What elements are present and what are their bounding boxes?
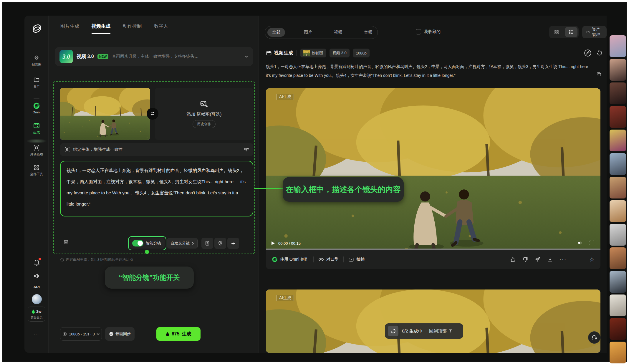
sidebar-item-creative[interactable]: 创意圈 <box>24 55 49 67</box>
new-badge: NEW <box>97 54 109 59</box>
audio-sync-chip[interactable]: 音画同步 <box>105 327 135 341</box>
sidebar-item-generate[interactable]: 生成 <box>24 122 49 135</box>
folder-icon <box>586 29 590 35</box>
filter-audio[interactable]: 音频 <box>361 30 375 35</box>
asset-thumbnail[interactable] <box>610 177 626 198</box>
bind-subject-label: 绑定主体，增强生成一致性 <box>73 147 123 152</box>
video-toolbar: 使用 Omni 创作 对口型 抽帧 ··· ☆ <box>266 250 600 269</box>
copy-prompt-button[interactable] <box>596 72 602 77</box>
announcements-button[interactable] <box>33 272 40 279</box>
first-frame-image[interactable] <box>60 88 150 140</box>
thumbs-up-icon[interactable] <box>510 257 516 262</box>
avatar[interactable] <box>32 294 42 304</box>
fullscreen-icon[interactable] <box>589 240 595 246</box>
notifications-button[interactable] <box>33 259 40 266</box>
edit-record-button[interactable] <box>583 48 593 58</box>
settings-value: 1080p · 15s · 3 <box>69 332 95 336</box>
asset-thumbnail[interactable] <box>610 224 626 246</box>
divider <box>313 257 314 262</box>
favorites-filter[interactable]: 我收藏的 <box>416 29 441 34</box>
prompt-textarea[interactable]: 镜头1，一对恋人正在草地上奔跑，背景有踩到树叶的声音、轻微的风声和鸟叫声。镜头2… <box>60 161 253 216</box>
screenshot-frame: 创意圈 资产 Omni 生成 灵动画布 全部工具 <box>0 0 629 364</box>
script-button[interactable] <box>201 238 213 249</box>
asset-thumbnail[interactable] <box>610 82 626 104</box>
tab-digital-human[interactable]: 数字人 <box>154 23 168 34</box>
swap-frames-button[interactable] <box>147 108 158 120</box>
extract-frame-button[interactable]: 抽帧 <box>348 257 365 262</box>
tab-motion-control[interactable]: 动作控制 <box>123 23 142 34</box>
spinner <box>388 326 398 336</box>
generate-button[interactable]: 675 生成 <box>156 327 201 341</box>
info-icon <box>60 258 64 262</box>
api-button[interactable]: API <box>24 285 49 289</box>
share-plane-icon[interactable] <box>535 257 541 262</box>
model-tag: 视频 3.0 <box>330 49 350 57</box>
effects-button[interactable] <box>227 238 239 249</box>
back-to-top-button[interactable]: 回到顶部 <box>429 328 453 334</box>
asset-thumbnail[interactable] <box>610 35 626 57</box>
asset-thumbnail[interactable] <box>610 200 626 222</box>
omni-create-button[interactable]: 使用 Omni 创作 <box>272 257 309 262</box>
generated-video-player-2[interactable]: AI生成 <box>266 289 600 353</box>
toggle-switch[interactable] <box>132 240 143 246</box>
tabs-divider <box>49 36 259 36</box>
custom-storyboard-label: 自定义分镜 <box>171 241 190 246</box>
grid-view-button[interactable] <box>550 27 563 37</box>
model-selector[interactable]: 3.0 视频 3.0 NEW 音画同步升级，主体一致性增强，支持多镜头… <box>55 47 253 66</box>
asset-thumbnail[interactable] <box>610 59 626 81</box>
favorites-checkbox[interactable] <box>416 29 421 34</box>
omni-ring-icon <box>272 257 278 262</box>
add-end-frame-dropzone[interactable]: 添加 尾帧图(可选) 历史创作 <box>155 88 253 140</box>
megaphone-icon <box>33 272 40 279</box>
filter-videos[interactable]: 视频 <box>331 30 345 35</box>
more-actions-icon[interactable]: ··· <box>560 257 567 263</box>
asset-thumbnail[interactable] <box>610 342 626 363</box>
play-icon[interactable] <box>271 241 275 246</box>
list-view-button[interactable] <box>565 27 577 37</box>
asset-thumbnail[interactable] <box>610 318 626 340</box>
asset-management-button[interactable]: 资产管理 <box>582 26 607 38</box>
bind-subject-bar[interactable]: 绑定主体，增强生成一致性 <box>60 143 253 156</box>
record-prompt-text: 镜头1，一对恋人正在草地上奔跑，背景有踩到树叶的声音、轻微的风声和鸟叫声。镜头2… <box>266 64 593 78</box>
asset-thumbnail[interactable] <box>610 271 626 293</box>
membership-card[interactable]: 2w 黄金会员 <box>28 307 45 322</box>
download-icon[interactable] <box>547 257 553 262</box>
regenerate-button[interactable] <box>595 48 605 58</box>
support-button[interactable] <box>588 331 600 344</box>
sidebar-item-omni[interactable]: Omni <box>24 102 49 114</box>
arrow-to-top-icon <box>448 329 453 333</box>
asset-thumbnail[interactable] <box>610 247 626 269</box>
tab-image-generation[interactable]: 图片生成 <box>60 23 79 34</box>
sidebar-item-canvas[interactable]: 灵动画布 <box>24 145 49 157</box>
first-frame-tag[interactable]: 首帧图 <box>300 49 326 57</box>
extract-frame-label: 抽帧 <box>356 257 365 262</box>
sidebar-item-all-tools[interactable]: 全部工具 <box>24 164 49 176</box>
custom-storyboard-button[interactable]: 自定义分镜 <box>167 238 198 249</box>
location-button[interactable] <box>214 238 226 249</box>
output-settings-dropdown[interactable]: 1080p · 15s · 3 <box>60 327 102 341</box>
thumbs-down-icon[interactable] <box>522 257 528 262</box>
history-button[interactable]: 历史创作 <box>193 120 216 128</box>
filter-all[interactable]: 全部 <box>267 28 285 37</box>
filter-images[interactable]: 图片 <box>301 30 315 35</box>
ai-disclaimer: 内容由AI生成，禁止利用功能从事违法活动 <box>60 257 133 262</box>
favorite-star-icon[interactable]: ☆ <box>589 256 595 263</box>
script-icon <box>205 241 210 246</box>
filters-icon[interactable] <box>244 147 249 152</box>
divider <box>343 257 344 262</box>
more-button[interactable]: ... <box>24 331 49 336</box>
volume-icon[interactable] <box>577 240 583 246</box>
sidebar-item-label: 全部工具 <box>30 172 43 176</box>
clear-prompt-button[interactable] <box>63 239 69 245</box>
asset-thumbnail[interactable] <box>610 106 626 128</box>
asset-thumbnail[interactable] <box>610 153 626 175</box>
asset-thumbnail[interactable] <box>610 130 626 151</box>
tab-video-generation[interactable]: 视频生成 <box>92 23 110 34</box>
app-logo[interactable] <box>30 22 43 35</box>
generated-video-player[interactable]: AI生成 00:00 / 00:15 <box>266 88 600 250</box>
asset-thumbnail[interactable] <box>610 294 626 316</box>
app-canvas: 创意圈 资产 Omni 生成 灵动画布 全部工具 <box>2 2 627 362</box>
sidebar-item-assets[interactable]: 资产 <box>24 77 49 89</box>
lipsync-button[interactable]: 对口型 <box>318 257 339 262</box>
smart-storyboard-toggle[interactable]: 智能分镜 <box>130 238 165 249</box>
